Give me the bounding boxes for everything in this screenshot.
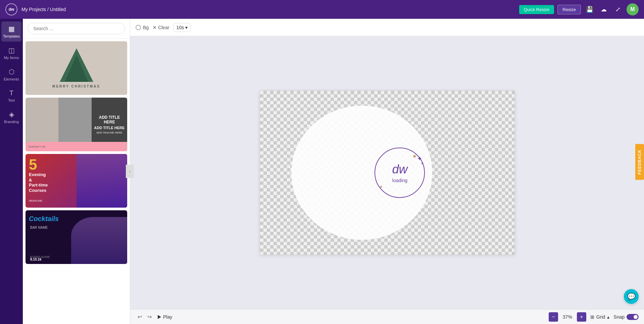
canvas-stage[interactable]: ★ ✦ ✦ ★ dw loading — [260, 91, 515, 255]
undo-redo: ↩ ↪ — [136, 312, 154, 321]
my-items-icon: ◫ — [8, 46, 15, 54]
grid-icon: ⊞ — [590, 314, 594, 320]
feedback-tab[interactable]: FEEDBACK — [635, 144, 644, 180]
fitness-add-title: ADD TITLE HERE — [94, 126, 125, 130]
star-1: ★ — [412, 153, 417, 159]
bg-radio[interactable]: Bg — [136, 25, 149, 30]
snap-control: Snap — [613, 314, 639, 320]
bg-radio-circle — [136, 25, 141, 30]
text-icon: T — [9, 89, 13, 97]
bg-label: Bg — [143, 25, 149, 30]
header: dw My Projects / Untitled Quick Resize R… — [0, 0, 644, 19]
chat-icon: 💬 — [627, 292, 636, 301]
template-card-fitness[interactable]: ADD TITLE HERE ADD TAGLINE HERE CONTACT … — [26, 98, 127, 151]
zoom-out-button[interactable]: − — [549, 312, 558, 322]
play-icon — [158, 315, 161, 319]
share-button[interactable]: ⤢ — [612, 4, 623, 15]
template-card-evening[interactable]: 5 Evening&Part-timeCourses HEADLINE — [26, 154, 127, 208]
sidebar-item-label: Text — [8, 98, 15, 102]
cocktails-bar: BAR NAME — [30, 226, 48, 229]
play-button[interactable]: Play — [158, 314, 172, 320]
upload-button[interactable]: ☁ — [598, 4, 609, 15]
fitness-add-tagline: ADD TAGLINE HERE — [96, 131, 122, 134]
canvas-area: Bg ✕ Clear 10s ▾ ★ — [130, 19, 644, 324]
undo-button[interactable]: ↩ — [136, 312, 144, 321]
collapse-panel-handle[interactable]: ‹ — [126, 165, 134, 178]
chevron-down-icon: ▾ — [185, 25, 188, 30]
evening-headline: HEADLINE — [29, 199, 127, 202]
breadcrumb: My Projects / Untitled — [21, 7, 515, 12]
template-card-cocktails[interactable]: Cocktails BAR NAME EVENT NAME 8.10.16 — [26, 210, 127, 264]
loading-stars: ★ ✦ ✦ ★ — [375, 148, 424, 197]
templates-icon: ▦ — [8, 25, 15, 33]
branding-icon: ◈ — [9, 110, 14, 118]
save-button[interactable]: 💾 — [584, 4, 595, 15]
sidebar-item-label: Templates — [3, 34, 20, 38]
bottom-toolbar: ↩ ↪ Play − 37% + ⊞ Grid ▴ Snap — [130, 309, 644, 324]
clear-button[interactable]: ✕ Clear — [153, 25, 169, 30]
star-3: ✦ — [421, 162, 424, 165]
fitness-contact: CONTACT US — [28, 145, 45, 148]
sidebar-item-text[interactable]: T Text — [1, 86, 21, 106]
anim-toolbar: Bg ✕ Clear 10s ▾ — [130, 19, 644, 36]
search-bar — [23, 19, 130, 39]
app-logo[interactable]: dw — [5, 3, 17, 15]
loading-overlay: ★ ✦ ✦ ★ dw loading — [375, 148, 425, 198]
christmas-label: MERRY CHRISTMAS — [52, 85, 100, 88]
sidebar-item-templates[interactable]: ▦ Templates — [1, 21, 21, 42]
chevron-left-icon: ‹ — [129, 170, 130, 173]
elements-icon: ⬡ — [9, 68, 14, 76]
templates-panel: MERRY CHRISTMAS ADD TITLE HERE ADD TAGLI… — [23, 19, 130, 324]
app-body: ▦ Templates ◫ My Items ⬡ Elements T Text… — [0, 19, 644, 324]
snap-toggle[interactable] — [627, 314, 639, 320]
x-icon: ✕ — [153, 25, 157, 30]
sidebar-item-elements[interactable]: ⬡ Elements — [1, 64, 21, 85]
avatar[interactable]: M — [627, 3, 639, 15]
templates-grid: MERRY CHRISTMAS ADD TITLE HERE ADD TAGLI… — [23, 39, 130, 324]
cocktails-date: 8.10.16 — [30, 258, 41, 261]
cocktails-title: Cocktails — [29, 215, 59, 223]
template-card-christmas[interactable]: MERRY CHRISTMAS — [26, 41, 127, 95]
loading-circle: ★ ✦ ✦ ★ dw loading — [375, 148, 425, 198]
sidebar-item-label: Branding — [4, 120, 19, 124]
resize-button[interactable]: Resize — [557, 5, 581, 14]
sidebar: ▦ Templates ◫ My Items ⬡ Elements T Text… — [0, 19, 23, 324]
zoom-in-button[interactable]: + — [577, 312, 586, 322]
redo-button[interactable]: ↪ — [145, 312, 154, 321]
duration-selector[interactable]: 10s ▾ — [174, 23, 191, 32]
search-input[interactable] — [28, 23, 125, 34]
sidebar-item-my-items[interactable]: ◫ My Items — [1, 43, 21, 63]
zoom-level: 37% — [561, 314, 574, 320]
sidebar-item-branding[interactable]: ◈ Branding — [1, 107, 21, 127]
sidebar-item-label: My Items — [4, 56, 19, 60]
zoom-controls: − 37% + — [549, 312, 586, 322]
sidebar-item-label: Elements — [4, 77, 19, 81]
chat-button[interactable]: 💬 — [624, 289, 639, 304]
canvas-container: ★ ✦ ✦ ★ dw loading — [130, 36, 644, 309]
grid-button[interactable]: ⊞ Grid ▴ — [590, 314, 609, 320]
star-2: ✦ — [417, 155, 422, 162]
chevron-up-icon: ▴ — [607, 314, 609, 320]
star-4: ★ — [379, 184, 383, 189]
quick-resize-button[interactable]: Quick Resize — [519, 5, 554, 14]
header-actions: Quick Resize Resize 💾 ☁ ⤢ M — [519, 3, 639, 15]
